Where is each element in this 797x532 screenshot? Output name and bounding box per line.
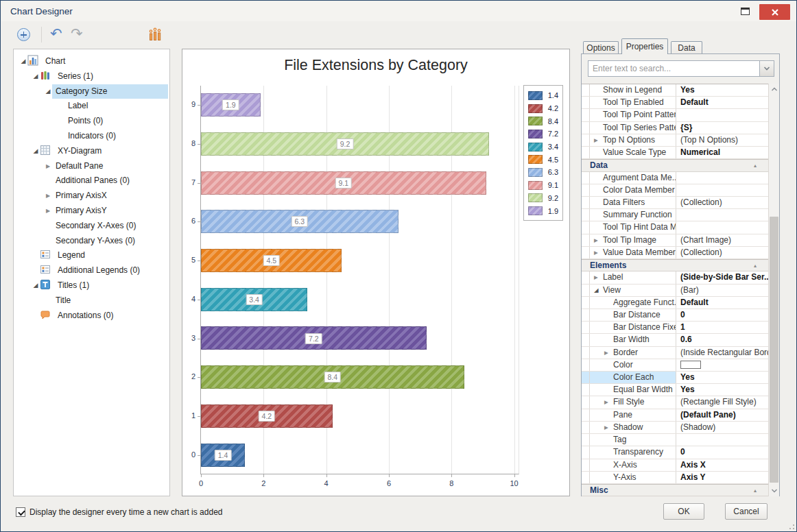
property-row-color-each[interactable]: Color EachYes <box>582 372 769 384</box>
property-row-top-n-options[interactable]: ▶Top N Options(Top N Options) <box>582 134 769 147</box>
tree-item-chart[interactable]: ◢Chart <box>14 54 169 69</box>
tree-item-titles-1[interactable]: ◢Titles (1) <box>14 278 169 293</box>
property-row-value-scale-type[interactable]: Value Scale TypeNumerical <box>582 147 769 159</box>
scroll-down-button[interactable] <box>769 485 779 496</box>
property-row-pane[interactable]: Pane(Default Pane) <box>582 409 769 422</box>
legend-item[interactable]: 1.4 <box>528 89 558 102</box>
property-value[interactable]: (Default Pane) <box>676 409 769 421</box>
property-value[interactable]: 1 <box>676 322 769 333</box>
property-row-tool-tip-hint-data-m[interactable]: Tool Tip Hint Data M... <box>582 221 769 234</box>
legend-item[interactable]: 7.2 <box>528 128 558 141</box>
property-row-x-axis[interactable]: X-AxisAxis X <box>582 459 769 472</box>
property-value[interactable] <box>676 434 769 446</box>
property-value[interactable] <box>676 221 769 233</box>
property-row-label[interactable]: ▶Label(Side-by-Side Bar Ser... <box>582 271 769 284</box>
property-grid-scrollbar[interactable] <box>768 84 778 496</box>
tree-item-primary-axisy[interactable]: ▶Primary AxisY <box>14 204 169 219</box>
tree-item-secondary-y-axes-0[interactable]: Secondary Y-Axes (0) <box>14 234 169 249</box>
expander-icon[interactable]: ▶ <box>604 396 608 408</box>
property-row-transparency[interactable]: Transparency0 <box>582 446 769 459</box>
tree-item-secondary-x-axes-0[interactable]: Secondary X-Axes (0) <box>14 219 169 234</box>
expander-icon[interactable]: ▶ <box>604 347 608 359</box>
expander-icon[interactable]: ◢ <box>32 278 40 293</box>
property-value[interactable]: (Collection) <box>676 247 769 258</box>
tree-item-label[interactable]: Label <box>14 99 169 114</box>
property-row-bar-distance[interactable]: Bar Distance0 <box>582 309 769 322</box>
property-row-data-filters[interactable]: Data Filters(Collection) <box>582 197 769 209</box>
property-row-y-axis[interactable]: Y-AxisAxis Y <box>582 472 769 484</box>
expander-icon[interactable]: ▶ <box>594 234 598 246</box>
property-value[interactable]: (Rectangle Fill Style) <box>676 396 769 408</box>
property-value[interactable] <box>676 172 769 184</box>
expander-icon[interactable]: ▶ <box>594 271 598 283</box>
tree-item-annotations-0[interactable]: Annotations (0) <box>14 309 169 324</box>
scroll-up-button[interactable] <box>769 84 779 95</box>
property-value[interactable]: (Bar) <box>676 285 769 296</box>
tree-item-primary-axisx[interactable]: ▶Primary AxisX <box>14 189 169 204</box>
property-value[interactable]: (Chart Image) <box>676 234 769 246</box>
property-row-show-in-legend[interactable]: Show in LegendYes <box>582 84 769 97</box>
property-row-equal-bar-width[interactable]: Equal Bar WidthYes <box>582 384 769 396</box>
property-value[interactable]: Yes <box>676 384 769 396</box>
property-value[interactable]: (Top N Options) <box>676 134 769 146</box>
tree-item-legend[interactable]: Legend <box>14 248 169 263</box>
tree-item-indicators-0[interactable]: Indicators (0) <box>14 129 169 144</box>
tree-item-additional-panes-0[interactable]: Additional Panes (0) <box>14 173 169 189</box>
property-value[interactable]: Axis Y <box>676 472 769 483</box>
property-value[interactable]: Yes <box>676 372 769 383</box>
property-row-tag[interactable]: Tag <box>582 434 769 446</box>
property-value[interactable]: {S} <box>676 122 769 134</box>
property-value[interactable]: 0 <box>676 309 769 321</box>
legend-item[interactable]: 3.4 <box>528 141 558 154</box>
legend-item[interactable]: 8.4 <box>528 114 558 128</box>
tab-data[interactable]: Data <box>671 41 702 54</box>
expander-icon[interactable]: ◢ <box>44 84 52 99</box>
expander-icon[interactable]: ◢ <box>32 144 40 159</box>
cancel-button[interactable]: Cancel <box>725 503 768 520</box>
tree-item-additional-legends-0[interactable]: Additional Legends (0) <box>14 263 169 278</box>
property-value[interactable] <box>676 209 769 221</box>
search-dropdown-button[interactable] <box>759 61 774 76</box>
property-value[interactable] <box>676 184 769 196</box>
display-designer-option[interactable]: Display the designer every time a new ch… <box>16 507 222 517</box>
chart-preview-panel[interactable]: File Extensions by Category 02468101.404… <box>182 49 570 496</box>
property-value[interactable]: (Inside Rectangular Bord... <box>676 347 769 359</box>
expander-icon[interactable]: ▶ <box>594 134 598 146</box>
tree-item-title[interactable]: Title <box>14 293 169 309</box>
property-value[interactable] <box>676 359 769 371</box>
property-value[interactable]: (Shadow) <box>676 422 769 433</box>
add-chart-element-button[interactable] <box>17 28 30 41</box>
property-row-argument-data-me[interactable]: Argument Data Me... <box>582 172 769 184</box>
property-row-bar-width[interactable]: Bar Width0.6 <box>582 334 769 346</box>
property-value[interactable] <box>676 109 769 121</box>
property-row-fill-style[interactable]: ▶Fill Style(Rectangle Fill Style) <box>582 396 769 409</box>
expander-icon[interactable]: ◢ <box>594 285 599 296</box>
property-row-summary-function[interactable]: Summary Function <box>582 209 769 221</box>
expander-icon[interactable]: ◢ <box>19 54 27 69</box>
property-value[interactable]: Axis X <box>676 459 769 471</box>
property-row-bar-distance-fixed[interactable]: Bar Distance Fixed1 <box>582 322 769 334</box>
close-button[interactable] <box>759 4 790 20</box>
search-input[interactable] <box>588 61 760 76</box>
legend-item[interactable]: 9.1 <box>528 179 558 192</box>
resize-grip[interactable] <box>786 521 794 529</box>
tree-item-xy-diagram[interactable]: ◢XY-Diagram <box>14 144 169 159</box>
property-row-tool-tip-image[interactable]: ▶Tool Tip Image(Chart Image) <box>582 234 769 247</box>
tab-properties[interactable]: Properties <box>621 38 668 54</box>
chart-legend[interactable]: 1.44.28.47.23.44.56.39.19.21.9 <box>523 85 563 221</box>
property-row-aggregate-funct[interactable]: Aggregate Funct...Default <box>582 297 769 309</box>
property-row-tool-tip-point-pattern[interactable]: Tool Tip Point Pattern <box>582 109 769 121</box>
property-value[interactable]: Default <box>676 97 769 108</box>
tree-item-default-pane[interactable]: ▶Default Pane <box>14 159 169 174</box>
display-designer-checkbox[interactable] <box>16 507 25 517</box>
expander-icon[interactable]: ▶ <box>44 159 52 174</box>
collapse-arrow-icon[interactable]: ▴ <box>754 160 769 171</box>
property-row-view[interactable]: ◢View(Bar) <box>582 285 769 297</box>
undo-button[interactable]: ↶ <box>50 25 62 42</box>
expander-icon[interactable]: ▶ <box>44 189 52 204</box>
ok-button[interactable]: OK <box>663 503 704 520</box>
category-row-data[interactable]: Data▴ <box>582 159 769 171</box>
scrollbar-thumb[interactable] <box>770 217 778 483</box>
property-row-shadow[interactable]: ▶Shadow(Shadow) <box>582 422 769 434</box>
legend-item[interactable]: 1.9 <box>528 204 558 217</box>
